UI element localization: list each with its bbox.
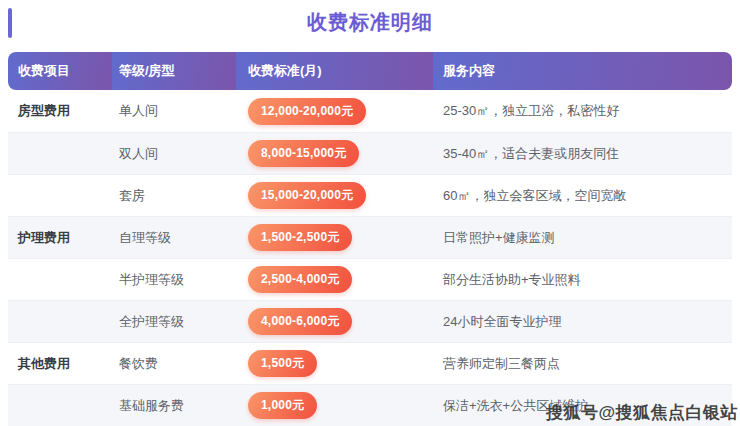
header-service: 服务内容: [433, 52, 732, 90]
table-row: 护理费用 自理等级 1,500-2,500元 日常照护+健康监测: [8, 216, 732, 258]
price-cell: 1,000元: [236, 392, 433, 419]
level-room-label: 自理等级: [112, 229, 236, 247]
price-cell: 2,500-4,000元: [236, 266, 433, 293]
price-badge: 8,000-15,000元: [248, 140, 359, 167]
fee-category-label: 护理费用: [8, 229, 112, 247]
fee-category-label: 房型费用: [8, 102, 112, 120]
table-row: 基础服务费 1,000元 保洁+洗衣+公共区域维护: [8, 384, 732, 426]
header-fee-item: 收费项目: [8, 52, 112, 90]
service-content-label: 日常照护+健康监测: [433, 229, 732, 247]
service-content-label: 60㎡，独立会客区域，空间宽敞: [433, 187, 732, 205]
title-bar: 收费标准明细: [0, 0, 740, 52]
table-body: 房型费用 单人间 12,000-20,000元 25-30㎡，独立卫浴，私密性好…: [8, 90, 732, 426]
table-header-row: 收费项目 等级/房型 收费标准(月) 服务内容: [8, 52, 732, 90]
price-badge: 1,500元: [248, 350, 317, 377]
price-badge: 1,500-2,500元: [248, 224, 352, 251]
accent-bar: [8, 8, 12, 38]
level-room-label: 单人间: [112, 102, 236, 120]
fee-category-label: 其他费用: [8, 355, 112, 373]
table-row: 套房 15,000-20,000元 60㎡，独立会客区域，空间宽敞: [8, 174, 732, 216]
price-badge: 15,000-20,000元: [248, 182, 366, 209]
service-content-label: 保洁+洗衣+公共区域维护: [433, 397, 732, 415]
table-row: 其他费用 餐饮费 1,500元 营养师定制三餐两点: [8, 342, 732, 384]
table-row: 全护理等级 4,000-6,000元 24小时全面专业护理: [8, 300, 732, 342]
service-content-label: 部分生活协助+专业照料: [433, 271, 732, 289]
table-row: 房型费用 单人间 12,000-20,000元 25-30㎡，独立卫浴，私密性好: [8, 90, 732, 132]
level-room-label: 基础服务费: [112, 397, 236, 415]
fee-table: 收费项目 等级/房型 收费标准(月) 服务内容 房型费用 单人间 12,000-…: [8, 52, 732, 426]
level-room-label: 双人间: [112, 145, 236, 163]
price-badge: 12,000-20,000元: [248, 98, 366, 125]
header-level-room: 等级/房型: [112, 52, 236, 90]
service-content-label: 营养师定制三餐两点: [433, 355, 732, 373]
service-content-label: 25-30㎡，独立卫浴，私密性好: [433, 102, 732, 120]
service-content-label: 24小时全面专业护理: [433, 313, 732, 331]
level-room-label: 套房: [112, 187, 236, 205]
price-cell: 15,000-20,000元: [236, 182, 433, 209]
price-cell: 4,000-6,000元: [236, 308, 433, 335]
fee-schedule-page: 收费标准明细 收费项目 等级/房型 收费标准(月) 服务内容 房型费用 单人间 …: [0, 0, 740, 426]
table-row: 双人间 8,000-15,000元 35-40㎡，适合夫妻或朋友同住: [8, 132, 732, 174]
price-cell: 8,000-15,000元: [236, 140, 433, 167]
price-badge: 4,000-6,000元: [248, 308, 352, 335]
price-cell: 12,000-20,000元: [236, 98, 433, 125]
price-cell: 1,500元: [236, 350, 433, 377]
level-room-label: 餐饮费: [112, 355, 236, 373]
price-badge: 2,500-4,000元: [248, 266, 352, 293]
page-title: 收费标准明细: [0, 0, 740, 36]
price-cell: 1,500-2,500元: [236, 224, 433, 251]
header-monthly-fee: 收费标准(月): [236, 52, 433, 90]
level-room-label: 半护理等级: [112, 271, 236, 289]
price-badge: 1,000元: [248, 392, 317, 419]
table-row: 半护理等级 2,500-4,000元 部分生活协助+专业照料: [8, 258, 732, 300]
level-room-label: 全护理等级: [112, 313, 236, 331]
service-content-label: 35-40㎡，适合夫妻或朋友同住: [433, 145, 732, 163]
